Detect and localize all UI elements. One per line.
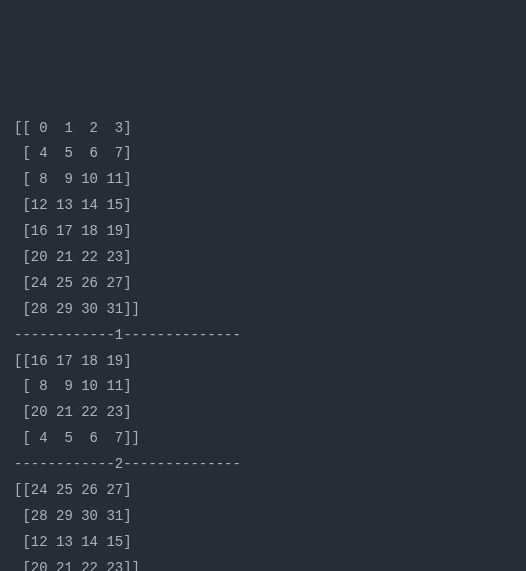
output-line: [20 21 22 23] xyxy=(14,400,512,426)
output-line: [12 13 14 15] xyxy=(14,530,512,556)
output-line: [24 25 26 27] xyxy=(14,271,512,297)
output-line: [20 21 22 23]] xyxy=(14,556,512,571)
output-line: [16 17 18 19] xyxy=(14,219,512,245)
output-line: [[ 0 1 2 3] xyxy=(14,116,512,142)
output-line: [12 13 14 15] xyxy=(14,193,512,219)
terminal-output: [[ 0 1 2 3] [ 4 5 6 7] [ 8 9 10 11] [12 … xyxy=(14,116,512,571)
output-line: ------------1-------------- xyxy=(14,323,512,349)
output-line: [[24 25 26 27] xyxy=(14,478,512,504)
output-line: ------------2-------------- xyxy=(14,452,512,478)
output-line: [ 8 9 10 11] xyxy=(14,374,512,400)
output-line: [20 21 22 23] xyxy=(14,245,512,271)
output-line: [ 4 5 6 7] xyxy=(14,141,512,167)
output-line: [28 29 30 31] xyxy=(14,504,512,530)
output-line: [ 8 9 10 11] xyxy=(14,167,512,193)
output-line: [28 29 30 31]] xyxy=(14,297,512,323)
output-line: [[16 17 18 19] xyxy=(14,349,512,375)
output-line: [ 4 5 6 7]] xyxy=(14,426,512,452)
